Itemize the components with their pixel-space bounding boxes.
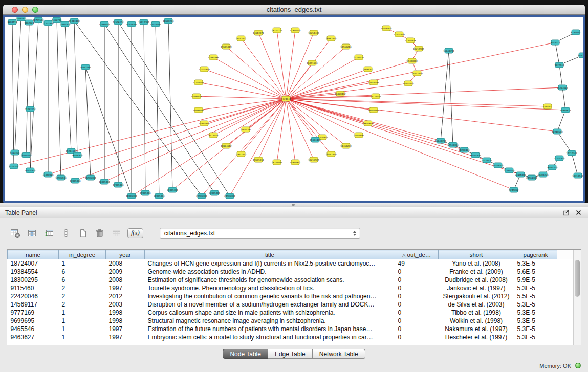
graph-node[interactable]: 24561304 bbox=[526, 175, 537, 180]
graph-node[interactable]: 10996084 bbox=[193, 107, 204, 113]
table-cell[interactable]: Hescheler et al. (1997) bbox=[439, 333, 514, 341]
graph-node[interactable]: 14850831 bbox=[290, 160, 301, 165]
graph-node[interactable]: 12124549 bbox=[394, 32, 405, 37]
graph-edge[interactable] bbox=[286, 33, 314, 99]
table-cell[interactable]: Nakamura et al. (1997) bbox=[439, 325, 514, 333]
graph-node[interactable]: 20531004 bbox=[80, 64, 91, 70]
table-row[interactable]: 977716911998Corpus callosum shape and si… bbox=[8, 309, 574, 317]
graph-edge[interactable] bbox=[572, 153, 578, 176]
table-cell[interactable]: 0 bbox=[395, 292, 439, 300]
graph-node[interactable]: 12217987 bbox=[413, 46, 424, 51]
graph-edge[interactable] bbox=[118, 22, 230, 196]
column-visibility-icon[interactable] bbox=[26, 228, 38, 239]
table-cell[interactable]: Structural magnetic resonance image aver… bbox=[145, 317, 395, 325]
graph-edge[interactable] bbox=[132, 99, 286, 196]
table-cell[interactable]: Tibbo et al. (1998) bbox=[439, 309, 514, 317]
table-cell[interactable]: Jankovic et al. (1997) bbox=[439, 284, 514, 292]
column-header-title[interactable]: title bbox=[145, 250, 395, 259]
column-header-in-degree[interactable]: in_degree bbox=[59, 250, 106, 259]
graph-edge[interactable] bbox=[12, 22, 14, 166]
graph-node[interactable]: 19145304 bbox=[470, 152, 481, 158]
graph-edge[interactable] bbox=[57, 20, 61, 178]
table-vertical-scrollbar[interactable] bbox=[573, 250, 581, 345]
graph-node[interactable]: 15495929 bbox=[191, 94, 202, 99]
graph-node[interactable]: 16905304 bbox=[99, 179, 110, 184]
table-cell[interactable]: 0 bbox=[395, 325, 439, 333]
graph-node[interactable]: 10607437 bbox=[235, 151, 247, 157]
graph-edge[interactable] bbox=[74, 21, 77, 155]
table-cell[interactable]: 2003 bbox=[106, 300, 145, 309]
table-cell[interactable]: de Silva et al. (2003) bbox=[439, 300, 514, 309]
table-cell[interactable]: 1 bbox=[59, 309, 106, 317]
table-cell[interactable]: 18300295 bbox=[8, 276, 59, 284]
scrollbar-thumb[interactable] bbox=[575, 260, 580, 297]
graph-node[interactable]: 9245012 bbox=[551, 40, 560, 45]
tab-network-table[interactable]: Network Table bbox=[313, 349, 365, 359]
graph-edge[interactable] bbox=[286, 82, 374, 99]
graph-edge[interactable] bbox=[286, 99, 359, 135]
table-cell[interactable]: 0 bbox=[395, 317, 439, 325]
graph-edge[interactable] bbox=[286, 87, 562, 99]
graph-node[interactable]: 19905304 bbox=[140, 190, 151, 195]
table-cell[interactable]: 5.9E-5 bbox=[514, 276, 557, 284]
graph-node[interactable]: 24905304 bbox=[224, 193, 235, 199]
graph-node[interactable]: 22790124 bbox=[504, 168, 515, 173]
table-cell[interactable]: 0 bbox=[395, 309, 439, 317]
graph-edge[interactable] bbox=[199, 82, 286, 99]
table-cell[interactable]: 0 bbox=[395, 284, 439, 292]
graph-node[interactable]: 16044903 bbox=[368, 107, 379, 113]
graph-node[interactable]: 17024404 bbox=[150, 21, 161, 27]
column-header-out-de[interactable]: △out_de… bbox=[395, 250, 439, 259]
graph-node[interactable]: 21063104 bbox=[25, 106, 36, 112]
graph-edge[interactable] bbox=[559, 65, 562, 87]
graph-node[interactable]: 1724041 bbox=[281, 96, 291, 101]
table-cell[interactable]: 22420046 bbox=[8, 292, 59, 300]
table-cell[interactable]: 0 bbox=[395, 268, 439, 276]
table-row[interactable]: 1872400712008Changes of HCN gene express… bbox=[8, 259, 574, 268]
graph-edge[interactable] bbox=[14, 99, 286, 166]
graph-node[interactable]: 16091674 bbox=[307, 60, 318, 65]
graph-node[interactable]: 25103204 bbox=[537, 172, 549, 177]
graph-node[interactable]: 10450214 bbox=[20, 152, 32, 158]
table-cell[interactable]: 0 bbox=[395, 333, 439, 341]
table-cell[interactable]: 1 bbox=[59, 333, 106, 341]
graph-edge[interactable] bbox=[286, 99, 487, 160]
graph-edge[interactable] bbox=[230, 99, 286, 196]
graph-edge[interactable] bbox=[213, 57, 286, 99]
graph-node[interactable]: 16453421 bbox=[235, 36, 247, 41]
table-cell[interactable]: Disruption of a novel member of a sodium… bbox=[145, 300, 395, 309]
column-header-pagerank[interactable]: pagerank bbox=[514, 250, 557, 259]
edit-table-icon[interactable] bbox=[43, 228, 55, 239]
window-titlebar[interactable]: citations_edges.txt bbox=[3, 5, 585, 15]
graph-node[interactable]: 12047891 bbox=[353, 133, 364, 138]
zoom-window-button[interactable] bbox=[32, 7, 38, 13]
graph-node[interactable]: 18905304 bbox=[126, 193, 137, 199]
graph-edge[interactable] bbox=[202, 99, 286, 196]
table-cell[interactable]: 1 bbox=[59, 325, 106, 333]
graph-node[interactable]: 9311504 bbox=[10, 150, 20, 155]
table-cell[interactable]: Tourette syndrome. Phenomenology and cla… bbox=[145, 284, 395, 292]
table-cell[interactable]: 5.5E-5 bbox=[514, 292, 557, 300]
graph-edge[interactable] bbox=[204, 69, 286, 99]
new-column-icon[interactable] bbox=[77, 228, 89, 239]
function-builder-button[interactable]: f(x) bbox=[127, 228, 143, 238]
table-cell[interactable]: 1997 bbox=[106, 325, 145, 333]
graph-node[interactable]: 20134524 bbox=[481, 158, 492, 163]
minimize-window-button[interactable] bbox=[22, 7, 28, 13]
graph-node[interactable]: 20905304 bbox=[154, 193, 165, 199]
graph-node[interactable]: 15203304 bbox=[126, 21, 137, 27]
graph-node[interactable]: 16048304 bbox=[72, 152, 83, 158]
table-cell[interactable]: 9463627 bbox=[8, 333, 59, 341]
table-cell[interactable]: Wolkin et al. (1998) bbox=[439, 317, 514, 325]
graph-edge[interactable] bbox=[26, 23, 29, 155]
graph-edge[interactable] bbox=[258, 33, 286, 99]
table-cell[interactable]: 5.3E-5 bbox=[514, 325, 557, 333]
graph-node[interactable]: 10590301 bbox=[15, 17, 27, 21]
graph-node[interactable]: 9105304 bbox=[9, 164, 19, 169]
table-cell[interactable]: 5.3E-5 bbox=[514, 309, 557, 317]
graph-edge[interactable] bbox=[557, 110, 565, 132]
graph-node[interactable]: 17024919 bbox=[199, 67, 210, 72]
table-cell[interactable]: Estimation of the future numbers of pati… bbox=[145, 325, 395, 333]
graph-node[interactable]: 10197348 bbox=[325, 151, 337, 157]
citation-network-graph[interactable]: 1724041151234451604490318652634120478911… bbox=[5, 17, 583, 201]
